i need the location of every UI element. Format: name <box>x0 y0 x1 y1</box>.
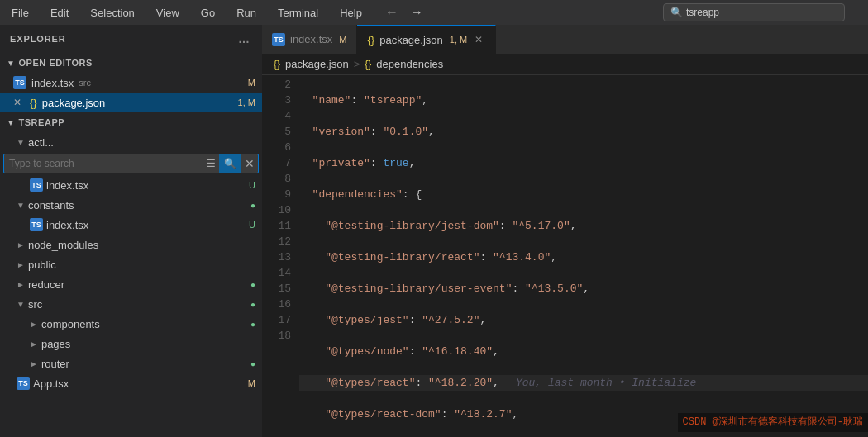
menu-view[interactable]: View <box>151 5 184 21</box>
folder-node-modules[interactable]: ► node_modules <box>0 235 262 254</box>
open-editors-chevron: ▼ <box>7 59 15 68</box>
close-icon[interactable]: ✕ <box>13 97 21 108</box>
folder-constants[interactable]: ▼ constants ● <box>0 195 262 215</box>
file-badge-1m: 1, M <box>238 97 255 107</box>
filter-button[interactable]: ☰ <box>203 158 219 169</box>
main-area: EXPLORER … ▼ OPEN EDITORS TS index.tsx s… <box>0 25 868 437</box>
open-editor-index-tsx[interactable]: TS index.tsx src M <box>0 73 262 93</box>
folder-components[interactable]: ► components ● <box>0 314 262 334</box>
modified-dot: ● <box>250 280 255 289</box>
search-execute-button[interactable]: 🔍 <box>219 154 241 173</box>
nav-back-button[interactable]: ← <box>382 5 402 20</box>
chevron-down-icon: ▼ <box>17 300 25 309</box>
global-search-bar: 🔍 <box>663 3 845 21</box>
ts-icon: TS <box>30 178 43 192</box>
tab-badge: M <box>339 35 346 45</box>
modified-dot: ● <box>250 300 255 309</box>
tsreapp-chevron: ▼ <box>7 118 15 127</box>
folder-name: src <box>28 298 42 311</box>
tabs-bar: TS index.tsx M {} package.json 1, M ✕ <box>262 25 868 54</box>
menu-terminal[interactable]: Terminal <box>273 5 323 21</box>
file-dir: src <box>79 78 91 88</box>
global-search-input[interactable] <box>686 7 837 18</box>
breadcrumb-dep-icon: {} <box>365 59 371 70</box>
modified-dot: ● <box>250 201 255 210</box>
tab-close-button[interactable]: ✕ <box>472 33 485 46</box>
breadcrumb-file: package.json <box>285 58 349 70</box>
explorer-title: EXPLORER <box>10 34 66 44</box>
file-name: index.tsx <box>46 179 88 192</box>
tsreapp-label: TSREAPP <box>18 117 64 127</box>
code-content[interactable]: "name": "tsreapp", "version": "0.1.0", "… <box>299 75 868 437</box>
folder-router[interactable]: ► router ● <box>0 354 262 373</box>
folder-name: constants <box>28 199 74 211</box>
breadcrumb-section: dependencies <box>376 58 443 70</box>
tab-label: index.tsx <box>290 33 332 45</box>
breadcrumb: {} package.json > {} dependencies <box>262 54 868 75</box>
menu-go[interactable]: Go <box>196 5 220 21</box>
modified-dot: ● <box>250 359 255 368</box>
folder-name: reducer <box>28 278 64 291</box>
ts-icon: TS <box>13 76 26 89</box>
folder-name: router <box>41 358 69 370</box>
sidebar-header: EXPLORER … <box>0 25 262 53</box>
folder-public[interactable]: ► public <box>0 254 262 274</box>
file-app-tsx[interactable]: TS App.tsx M <box>0 373 262 393</box>
folder-acti[interactable]: ▼ acti... <box>0 132 262 152</box>
untracked-badge: U <box>249 180 255 190</box>
menu-file[interactable]: File <box>7 5 34 21</box>
menu-run[interactable]: Run <box>231 5 261 21</box>
editor-area: TS index.tsx M {} package.json 1, M ✕ {}… <box>262 25 868 437</box>
folder-name: acti... <box>28 136 54 149</box>
file-acti-index-tsx[interactable]: TS index.tsx U <box>0 175 262 195</box>
json-icon: {} <box>367 34 374 46</box>
chevron-right-icon: ► <box>17 260 25 269</box>
folder-pages[interactable]: ► pages <box>0 334 262 354</box>
ts-icon: TS <box>17 377 30 390</box>
ts-icon: TS <box>272 33 285 46</box>
search-icon: 🔍 <box>670 7 683 18</box>
ts-icon: TS <box>30 218 43 231</box>
sidebar-search-input[interactable] <box>4 158 203 169</box>
tab-package-json[interactable]: {} package.json 1, M ✕ <box>357 25 496 54</box>
folder-src[interactable]: ▼ src ● <box>0 294 262 314</box>
chevron-right-icon: ▼ <box>17 138 25 147</box>
tab-badge: 1, M <box>450 35 467 45</box>
breadcrumb-separator: > <box>354 58 360 70</box>
file-constants-index-tsx[interactable]: TS index.tsx U <box>0 215 262 235</box>
menu-help[interactable]: Help <box>335 5 367 21</box>
sidebar-header-actions: … <box>236 31 252 47</box>
search-close-button[interactable]: ✕ <box>241 157 258 170</box>
chevron-right-icon: ► <box>30 320 38 329</box>
folder-name: components <box>41 318 100 330</box>
code-editor: 2 3 4 5 6 7 8 9 10 11 12 13 14 15 16 17 … <box>262 75 868 437</box>
open-editor-package-json[interactable]: ✕ {} package.json 1, M <box>0 93 262 112</box>
sidebar: EXPLORER … ▼ OPEN EDITORS TS index.tsx s… <box>0 25 262 437</box>
chevron-right-icon: ► <box>30 340 38 349</box>
tab-index-tsx[interactable]: TS index.tsx M <box>262 25 357 54</box>
file-name: index.tsx <box>46 219 88 231</box>
open-editors-label: OPEN EDITORS <box>18 58 93 68</box>
chevron-down-icon: ▼ <box>17 201 25 210</box>
modified-badge: M <box>248 378 255 388</box>
nav-forward-button[interactable]: → <box>407 5 427 20</box>
line-numbers: 2 3 4 5 6 7 8 9 10 11 12 13 14 15 16 17 … <box>262 75 299 437</box>
chevron-right-icon: ► <box>30 359 38 368</box>
watermark: CSDN @深圳市有德客科技有限公司-耿瑞 <box>678 413 868 432</box>
chevron-right-icon: ► <box>17 240 25 249</box>
folder-name: node_modules <box>28 239 98 251</box>
tsreapp-section[interactable]: ▼ TSREAPP <box>0 112 262 132</box>
folder-name: public <box>28 259 56 271</box>
breadcrumb-json-icon: {} <box>274 59 280 70</box>
open-editors-section[interactable]: ▼ OPEN EDITORS <box>0 53 262 73</box>
json-icon: {} <box>30 97 37 109</box>
file-name: index.tsx <box>31 77 74 89</box>
folder-name: pages <box>41 338 70 350</box>
menu-selection[interactable]: Selection <box>85 5 139 21</box>
file-name: App.tsx <box>33 378 69 390</box>
new-file-icon[interactable]: … <box>236 31 252 47</box>
menu-edit[interactable]: Edit <box>45 5 74 21</box>
untracked-badge: U <box>249 220 255 230</box>
folder-reducer[interactable]: ► reducer ● <box>0 274 262 294</box>
sidebar-search-box: ☰ 🔍 ✕ <box>3 154 259 173</box>
